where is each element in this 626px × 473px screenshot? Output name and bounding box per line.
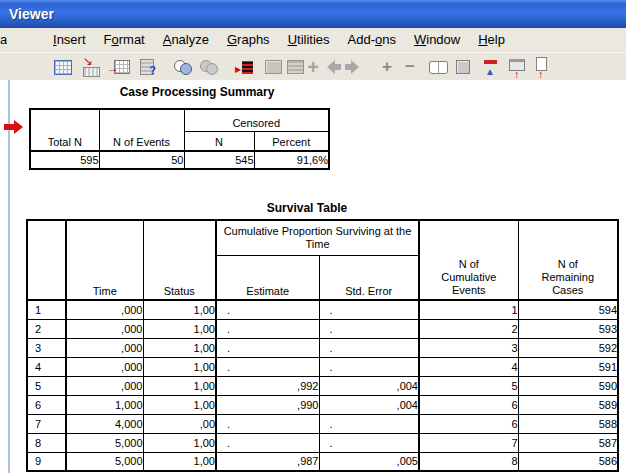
survival-cell-time: ,000 xyxy=(66,319,143,338)
cps-header-n-of-events: N of Events xyxy=(99,109,184,151)
sv-header-status: Status xyxy=(143,220,216,300)
cps-header-percent: Percent xyxy=(254,131,329,151)
survival-row: 61,0001,00,990,0046589 xyxy=(27,395,618,414)
survival-cell-status: 1,00 xyxy=(143,452,216,471)
title-bar[interactable]: Viewer xyxy=(0,0,626,28)
sv-header-n-cumulative-events: N of Cumulative Events xyxy=(419,220,518,300)
menu-graphs[interactable]: Graphs xyxy=(218,28,279,52)
survival-row: 2,0001,00..2593 xyxy=(27,319,618,338)
survival-cell-n: 2 xyxy=(27,319,66,338)
survival-cell-estimate: ,987 xyxy=(216,452,319,471)
survival-row: 85,0001,00..7587 xyxy=(27,433,618,452)
survival-cell-status: 1,00 xyxy=(143,357,216,376)
output-pane: Case Processing Summary Total N N of Eve… xyxy=(0,80,626,473)
survival-row: 95,0001,00,987,0058586 xyxy=(27,452,618,471)
survival-cell-status: 1,00 xyxy=(143,395,216,414)
survival-cell-std_error: . xyxy=(319,433,419,452)
survival-row: 74,000,00..6588 xyxy=(27,414,618,433)
survival-cell-std_error: . xyxy=(319,319,419,338)
survival-cell-time: 5,000 xyxy=(66,452,143,471)
survival-cell-estimate: ,992 xyxy=(216,376,319,395)
cps-value-total-n: 595 xyxy=(30,151,99,169)
survival-row: 3,0001,00..3592 xyxy=(27,338,618,357)
cps-header-n: N xyxy=(184,131,254,151)
show-output-icon[interactable] xyxy=(427,56,449,78)
case-processing-title: Case Processing Summary xyxy=(120,85,275,99)
survival-cell-cum_events: 3 xyxy=(419,338,518,357)
outline-pane-splitter[interactable] xyxy=(8,80,10,473)
promote-icon[interactable] xyxy=(320,56,342,78)
survival-cell-status: 1,00 xyxy=(143,338,216,357)
hide-output-icon[interactable] xyxy=(452,56,474,78)
survival-cell-cum_events: 2 xyxy=(419,319,518,338)
survival-cell-remaining: 586 xyxy=(518,452,618,471)
survival-cell-n: 6 xyxy=(27,395,66,414)
value-labels-icon[interactable]: ▶ xyxy=(234,56,256,78)
menu-format[interactable]: Format xyxy=(95,28,154,52)
sv-header-std-error: Std. Error xyxy=(319,255,419,300)
survival-cell-n: 9 xyxy=(27,452,66,471)
survival-cell-cum_events: 5 xyxy=(419,376,518,395)
sv-header-estimate: Estimate xyxy=(216,255,319,300)
dialog-recall-icon[interactable]: ↘ xyxy=(80,56,102,78)
spss-viewer-window: Viewer a InsertFormatAnalyzeGraphsUtilit… xyxy=(0,0,626,473)
page-break-page-icon[interactable]: ↑ xyxy=(530,56,552,78)
survival-cell-estimate: . xyxy=(216,300,319,319)
insert-heading-icon[interactable] xyxy=(262,56,284,78)
survival-cell-n: 7 xyxy=(27,414,66,433)
survival-cell-std_error: . xyxy=(319,338,419,357)
survival-cell-status: ,00 xyxy=(143,414,216,433)
survival-cell-std_error: . xyxy=(319,357,419,376)
menu-add-ons[interactable]: Add-ons xyxy=(339,28,405,52)
toolbar: ↘→?▶++−▲↑↑ xyxy=(0,52,626,82)
survival-cell-status: 1,00 xyxy=(143,376,216,395)
survival-cell-status: 1,00 xyxy=(143,319,216,338)
menu-utilities[interactable]: Utilities xyxy=(279,28,339,52)
sv-header-rownum xyxy=(27,220,66,300)
table-grid-icon[interactable] xyxy=(52,56,74,78)
demote-icon[interactable] xyxy=(344,56,366,78)
survival-cell-cum_events: 7 xyxy=(419,433,518,452)
collapse-icon[interactable]: − xyxy=(399,56,421,78)
survival-cell-remaining: 588 xyxy=(518,414,618,433)
survival-table[interactable]: Time Status Cumulative Proportion Surviv… xyxy=(26,219,619,472)
sv-header-time: Time xyxy=(66,220,143,300)
survival-cell-n: 1 xyxy=(27,300,66,319)
survival-cell-status: 1,00 xyxy=(143,300,216,319)
sv-header-cumulative-proportion: Cumulative Proportion Surviving at the T… xyxy=(216,220,419,255)
page-break-window-icon[interactable]: ↑ xyxy=(506,56,528,78)
case-processing-table[interactable]: Total N N of Events Censored N Percent 5… xyxy=(29,108,330,170)
survival-cell-n: 5 xyxy=(27,376,66,395)
cps-value-n-of-events: 50 xyxy=(99,151,184,169)
use-sets-icon[interactable] xyxy=(198,56,220,78)
survival-cell-estimate: . xyxy=(216,319,319,338)
menu-insert[interactable]: Insert xyxy=(44,28,95,52)
survival-cell-std_error: ,005 xyxy=(319,452,419,471)
survival-cell-estimate: . xyxy=(216,414,319,433)
survival-cell-estimate: . xyxy=(216,338,319,357)
survival-cell-remaining: 587 xyxy=(518,433,618,452)
move-to-top-icon[interactable]: ▲ xyxy=(480,56,502,78)
survival-cell-time: ,000 xyxy=(66,357,143,376)
survival-cell-cum_events: 6 xyxy=(419,395,518,414)
survival-table-title: Survival Table xyxy=(267,201,347,215)
expand-icon[interactable]: + xyxy=(376,56,398,78)
menu-bar: a InsertFormatAnalyzeGraphsUtilitiesAdd-… xyxy=(0,28,626,53)
select-cases-icon[interactable] xyxy=(172,56,194,78)
cps-header-censored: Censored xyxy=(184,109,329,131)
survival-cell-cum_events: 8 xyxy=(419,452,518,471)
survival-cell-n: 8 xyxy=(27,433,66,452)
goto-data-icon[interactable]: → xyxy=(108,56,130,78)
survival-cell-time: 1,000 xyxy=(66,395,143,414)
menu-window[interactable]: Window xyxy=(405,28,469,52)
cps-header-total-n: Total N xyxy=(30,109,99,151)
survival-cell-estimate: ,990 xyxy=(216,395,319,414)
survival-cell-cum_events: 4 xyxy=(419,357,518,376)
survival-cell-time: ,000 xyxy=(66,338,143,357)
menu-help[interactable]: Help xyxy=(469,28,514,52)
survival-cell-std_error: ,004 xyxy=(319,376,419,395)
survival-cell-std_error: ,004 xyxy=(319,395,419,414)
survival-cell-estimate: . xyxy=(216,357,319,376)
variables-icon[interactable]: ? xyxy=(136,56,158,78)
menu-analyze[interactable]: Analyze xyxy=(154,28,218,52)
